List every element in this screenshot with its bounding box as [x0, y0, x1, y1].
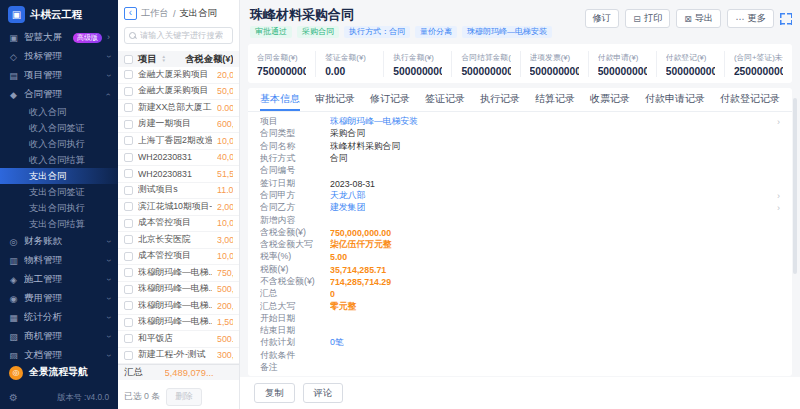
sidebar-menu-item[interactable]: ◈ 施工管理 › — [0, 270, 118, 289]
tab[interactable]: 修订记录 — [370, 88, 410, 111]
list-item[interactable]: 房建一期项目 600,000.0... — [118, 117, 239, 134]
tab[interactable]: 收票记录 — [590, 88, 630, 111]
row-checkbox[interactable] — [124, 235, 133, 244]
summary-metric-value: 500000000.00 — [461, 66, 510, 77]
row-checkbox[interactable] — [124, 153, 133, 162]
sidebar-submenu-item[interactable]: 支出合同签证 — [0, 184, 118, 200]
project-name: WH20230831 — [138, 169, 212, 179]
chevron-right-icon[interactable]: › — [777, 203, 780, 213]
detail-field-row: 汇总 0 › — [260, 288, 780, 300]
sidebar-menu-item[interactable]: ▦ 统计分析 › — [0, 308, 118, 327]
select-all-checkbox[interactable] — [124, 55, 133, 64]
list-item[interactable]: 滨江花城10期项目-... 2,000.00 — [118, 199, 239, 216]
row-checkbox[interactable] — [124, 318, 133, 327]
toolbar-button[interactable]: ⋯ 更多 — [727, 9, 774, 28]
list-item[interactable]: 金融大厦采购项目 50,000.00 — [118, 84, 239, 101]
field-label: 备注 — [260, 362, 330, 374]
list-item[interactable]: 测试项目s 11.00 — [118, 183, 239, 200]
list-item[interactable]: 上海丁香园2期改造... 10,000.00 — [118, 133, 239, 150]
field-label: 合同甲方 — [260, 190, 330, 202]
list-item[interactable]: 成本管控项目 10,000.00 — [118, 216, 239, 233]
gear-icon[interactable]: ⚙ — [9, 392, 18, 403]
detail-field-row: 合同名称 珠峰材料采购合同 › — [260, 141, 780, 153]
fullscreen-icon[interactable] — [780, 13, 792, 25]
breadcrumb-root[interactable]: 工作台 — [141, 7, 169, 20]
list-item[interactable]: 珠穆朗玛峰—电梯... 1,500,000... — [118, 315, 239, 332]
row-checkbox[interactable] — [124, 301, 133, 310]
toolbar-button[interactable]: 修订 — [585, 9, 620, 28]
row-checkbox[interactable] — [124, 120, 133, 129]
sidebar-menu-item[interactable]: ◇ 投标管理 › — [0, 47, 118, 66]
column-project[interactable]: 项目 — [138, 53, 157, 66]
sidebar-submenu-item[interactable]: 收入合同结算 — [0, 152, 118, 168]
toolbar-button[interactable]: ⊠ 导出 — [676, 9, 721, 28]
panorama-flow-nav[interactable]: ◎ 全景流程导航 — [0, 359, 118, 386]
sort-icon[interactable]: ▲▼ — [162, 55, 166, 63]
list-item[interactable]: 珠穆朗玛峰—电梯... 750,000,0... — [118, 265, 239, 282]
project-name: WH20230831 — [138, 152, 212, 162]
page-scrollbar[interactable] — [793, 98, 797, 274]
project-name: 滨江花城10期项目-... — [138, 201, 212, 213]
project-name: 金融大厦采购项目 — [138, 85, 212, 97]
list-item[interactable]: 新建XX总部大厦工... 0.00 — [118, 100, 239, 117]
row-checkbox[interactable] — [124, 268, 133, 277]
sidebar-menu-item[interactable]: ◎ 财务账款 › — [0, 232, 118, 251]
row-checkbox[interactable] — [124, 334, 133, 343]
sidebar-submenu-item[interactable]: 收入合同执行 — [0, 136, 118, 152]
row-checkbox[interactable] — [124, 186, 133, 195]
list-item[interactable]: WH20230831 40,000.00 — [118, 150, 239, 167]
detail-fields: 项目 珠穆朗玛峰—电梯安装 › 合同类型 采购合同 › 合同名称 珠峰材料采购合… — [248, 112, 792, 374]
list-item[interactable]: WH20230831 51,500.00 — [118, 166, 239, 183]
row-checkbox[interactable] — [124, 70, 133, 79]
sidebar-menu-item[interactable]: ◆ 合同管理 › — [0, 85, 118, 104]
sidebar-submenu-item[interactable]: 收入合同 — [0, 104, 118, 120]
row-checkbox[interactable] — [124, 87, 133, 96]
list-item[interactable]: 成本管控项目 10,001.00 — [118, 249, 239, 266]
back-button[interactable]: ‹ — [124, 7, 137, 20]
project-amount: 600,000.0... — [217, 119, 233, 129]
sidebar-submenu-item[interactable]: 收入合同签证 — [0, 120, 118, 136]
sidebar-submenu: 收入合同收入合同签证收入合同执行收入合同结算支出合同支出合同签证支出合同执行支出… — [0, 104, 118, 232]
sidebar-menu-item[interactable]: ◉ 费用管理 › — [0, 289, 118, 308]
tab[interactable]: 签证记录 — [425, 88, 465, 111]
sidebar-submenu-item[interactable]: 支出合同执行 — [0, 200, 118, 216]
chevron-right-icon[interactable]: › — [777, 117, 780, 127]
list-item[interactable]: 珠穆朗玛峰—电梯... 500,000,0... — [118, 282, 239, 299]
chevron-right-icon[interactable]: › — [777, 191, 780, 201]
row-checkbox[interactable] — [124, 351, 133, 360]
row-checkbox[interactable] — [124, 202, 133, 211]
search-input[interactable]: 请输入关键字进行搜索 — [124, 27, 233, 44]
chevron-icon: › — [107, 33, 110, 42]
action-button[interactable]: 评论 — [303, 383, 344, 403]
action-button[interactable]: 复制 — [254, 383, 295, 403]
sidebar-menu-item[interactable]: ▧ 商机管理 › — [0, 327, 118, 346]
tab[interactable]: 执行记录 — [480, 88, 520, 111]
tab[interactable]: 付款登记记录 — [720, 88, 780, 111]
row-checkbox[interactable] — [124, 285, 133, 294]
project-amount: 1,500,000... — [217, 317, 233, 327]
tab[interactable]: 结算记录 — [535, 88, 575, 111]
list-item[interactable]: 新建工程-外-测试 300,000.0... — [118, 348, 239, 365]
sidebar-submenu-item[interactable]: 支出合同 — [0, 168, 118, 184]
list-item[interactable]: 和平饭店 500.00 — [118, 331, 239, 348]
chevron-icon: › — [104, 74, 113, 77]
tab[interactable]: 审批记录 — [315, 88, 355, 111]
field-value: 0笔 — [330, 337, 780, 349]
row-checkbox[interactable] — [124, 103, 133, 112]
row-checkbox[interactable] — [124, 169, 133, 178]
row-checkbox[interactable] — [124, 136, 133, 145]
list-item[interactable]: 珠穆朗玛峰—电梯... 200,000,0... — [118, 298, 239, 315]
sidebar-submenu-item[interactable]: 支出合同结算 — [0, 216, 118, 232]
sidebar-menu-item[interactable]: ▤ 项目管理 › — [0, 66, 118, 85]
toolbar-button[interactable]: ⊟ 打印 — [625, 9, 670, 28]
chevron-icon: › — [104, 297, 113, 300]
row-checkbox[interactable] — [124, 252, 133, 261]
row-checkbox[interactable] — [124, 219, 133, 228]
tab[interactable]: 付款申请记录 — [645, 88, 705, 111]
sidebar-menu-item[interactable]: ▣ 智慧大屏 高级版 › — [0, 28, 118, 47]
sidebar-menu-item[interactable]: ▥ 物料管理 › — [0, 251, 118, 270]
list-item[interactable]: 北京长安医院 3,000.00 — [118, 232, 239, 249]
list-item[interactable]: 金融大厦采购项目 20,000.00 — [118, 67, 239, 84]
delete-button[interactable]: 删除 — [166, 388, 202, 406]
tab[interactable]: 基本信息 — [260, 88, 300, 111]
